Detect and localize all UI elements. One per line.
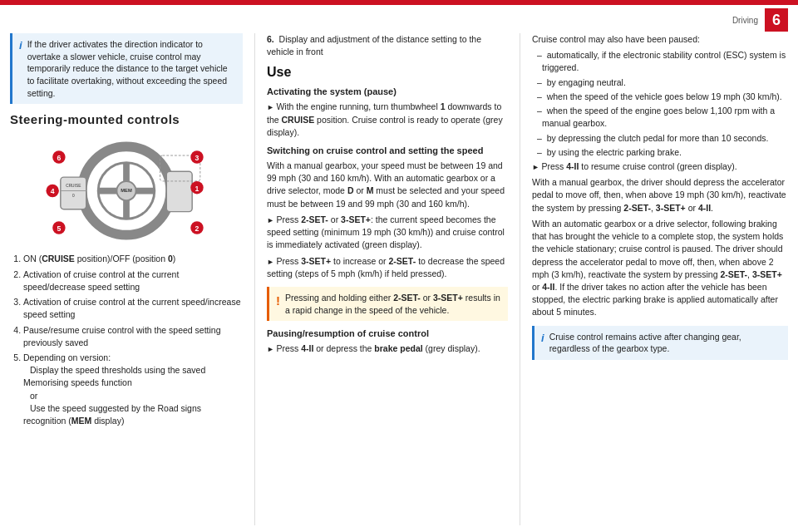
controls-list: ON (CRUISE position)/OFF (position 0) Ac… bbox=[10, 253, 243, 427]
info-icon: i bbox=[19, 38, 22, 99]
dash-item: – by using the electric parking brake. bbox=[532, 146, 788, 159]
svg-text:4: 4 bbox=[51, 188, 55, 196]
paused-section: Cruise control may also have been paused… bbox=[532, 33, 788, 360]
steering-title: Steering-mounted controls bbox=[10, 112, 243, 126]
dash-item: – by engaging neutral. bbox=[532, 76, 788, 89]
paused-intro: Cruise control may also have been paused… bbox=[532, 33, 788, 46]
steering-wheel-diagram: 6 3 1 4 5 2 MEM bbox=[35, 133, 218, 249]
manual-gearbox-text: With a manual gearbox, the driver should… bbox=[532, 176, 788, 214]
dash-item: – when the speed of the vehicle goes bel… bbox=[532, 91, 788, 103]
right-column: Cruise control may also have been paused… bbox=[532, 33, 788, 525]
middle-column: 6. Display and adjustment of the distanc… bbox=[267, 33, 508, 525]
sub-item: or bbox=[23, 391, 37, 401]
svg-rect-7 bbox=[166, 172, 192, 212]
dash-item: – when the speed of the engine goes belo… bbox=[532, 105, 788, 130]
steering-section: Steering-mounted controls bbox=[10, 112, 243, 427]
pausing-text: Press 4-II or depress the brake pedal (g… bbox=[267, 342, 508, 355]
svg-text:3: 3 bbox=[195, 154, 200, 162]
list-item: ON (CRUISE position)/OFF (position 0) bbox=[23, 253, 243, 265]
info-box-left: i If the driver activates the direction … bbox=[10, 33, 243, 104]
info-icon-right: i bbox=[541, 331, 544, 355]
svg-text:1: 1 bbox=[195, 185, 200, 193]
list-item: Depending on version: Display the speed … bbox=[23, 352, 243, 427]
activating-header: Activating the system (pause) bbox=[267, 86, 508, 99]
use-section: Activating the system (pause) With the e… bbox=[267, 86, 508, 355]
page: Driving 6 i If the driver activates the … bbox=[0, 0, 798, 532]
svg-text:6: 6 bbox=[57, 154, 61, 162]
switching-para1: With a manual gearbox, your speed must b… bbox=[267, 160, 508, 210]
svg-text:0: 0 bbox=[72, 195, 75, 199]
svg-text:2: 2 bbox=[195, 224, 200, 233]
divider-1 bbox=[254, 33, 255, 525]
left-column: i If the driver activates the direction … bbox=[10, 33, 243, 525]
switching-para3: Press 3-SET+ to increase or 2-SET- to de… bbox=[267, 255, 508, 280]
list-item: Activation of cruise control at the curr… bbox=[23, 268, 243, 293]
warning-text: Pressing and holding either 2-SET- or 3-… bbox=[285, 292, 501, 316]
svg-text:MEM: MEM bbox=[121, 189, 132, 194]
sub-item: Use the speed suggested by the Road sign… bbox=[23, 403, 201, 426]
resume-text: Press 4-II to resume cruise control (gre… bbox=[532, 160, 788, 173]
info-box-right-text: Cruise control remains active after chan… bbox=[549, 331, 781, 355]
switching-para2: Press 2-SET- or 3-SET+: the current spee… bbox=[267, 214, 508, 252]
auto-gearbox-text: With an automatic gearbox or a drive sel… bbox=[532, 218, 788, 319]
item6-text: 6. Display and adjustment of the distanc… bbox=[267, 33, 508, 58]
divider-2 bbox=[520, 33, 520, 525]
sub-item: Display the speed thresholds using the s… bbox=[23, 365, 205, 387]
header: Driving 6 bbox=[0, 5, 798, 33]
switching-header: Switching on cruise control and setting … bbox=[267, 145, 508, 158]
info-box-text: If the driver activates the direction in… bbox=[27, 38, 236, 99]
warning-icon: ! bbox=[276, 292, 280, 316]
info-box-right: i Cruise control remains active after ch… bbox=[532, 326, 788, 360]
dash-item: – by depressing the clutch pedal for mor… bbox=[532, 132, 788, 145]
activating-text: With the engine running, turn thumbwheel… bbox=[267, 101, 508, 139]
svg-text:5: 5 bbox=[57, 224, 61, 233]
list-item: Pause/resume cruise control with the spe… bbox=[23, 324, 243, 349]
content-area: i If the driver activates the direction … bbox=[0, 33, 798, 532]
warning-box: ! Pressing and holding either 2-SET- or … bbox=[267, 287, 508, 321]
list-item: Activation of cruise control at the curr… bbox=[23, 296, 243, 321]
pausing-header: Pausing/resumption of cruise control bbox=[267, 328, 508, 341]
section-title: Driving bbox=[732, 16, 758, 25]
chapter-badge: 6 bbox=[765, 8, 788, 32]
svg-text:CRUISE: CRUISE bbox=[66, 184, 81, 188]
use-title: Use bbox=[267, 65, 508, 80]
dash-item: – automatically, if the electronic stabi… bbox=[532, 49, 788, 74]
